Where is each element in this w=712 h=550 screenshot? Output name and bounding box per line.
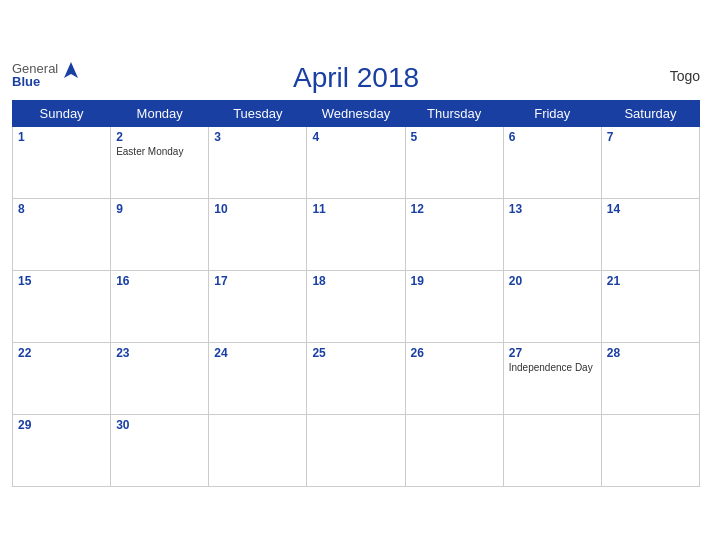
calendar-day-cell: 1 — [13, 126, 111, 198]
day-number: 8 — [18, 202, 105, 216]
calendar-header: General Blue April 2018 Togo — [12, 62, 700, 94]
weekday-header-tuesday: Tuesday — [209, 100, 307, 126]
calendar-day-cell — [209, 414, 307, 486]
weekday-header-wednesday: Wednesday — [307, 100, 405, 126]
calendar-title: April 2018 — [293, 62, 419, 94]
day-number: 25 — [312, 346, 399, 360]
calendar-day-cell: 22 — [13, 342, 111, 414]
calendar-day-cell: 27Independence Day — [503, 342, 601, 414]
day-number: 18 — [312, 274, 399, 288]
calendar-day-cell: 4 — [307, 126, 405, 198]
calendar-day-cell: 3 — [209, 126, 307, 198]
calendar-week-row: 15161718192021 — [13, 270, 700, 342]
day-number: 27 — [509, 346, 596, 360]
calendar-day-cell — [503, 414, 601, 486]
day-number: 9 — [116, 202, 203, 216]
calendar-day-cell: 7 — [601, 126, 699, 198]
holiday-label: Independence Day — [509, 362, 596, 373]
calendar-day-cell: 12 — [405, 198, 503, 270]
day-number: 16 — [116, 274, 203, 288]
holiday-label: Easter Monday — [116, 146, 203, 157]
day-number: 19 — [411, 274, 498, 288]
calendar-day-cell — [601, 414, 699, 486]
day-number: 26 — [411, 346, 498, 360]
svg-marker-0 — [64, 62, 78, 78]
day-number: 7 — [607, 130, 694, 144]
calendar-day-cell: 2Easter Monday — [111, 126, 209, 198]
day-number: 20 — [509, 274, 596, 288]
logo-blue: Blue — [12, 75, 58, 88]
calendar-week-row: 222324252627Independence Day28 — [13, 342, 700, 414]
day-number: 1 — [18, 130, 105, 144]
day-number: 5 — [411, 130, 498, 144]
calendar-day-cell: 11 — [307, 198, 405, 270]
day-number: 23 — [116, 346, 203, 360]
calendar-day-cell — [307, 414, 405, 486]
weekday-header-row: SundayMondayTuesdayWednesdayThursdayFrid… — [13, 100, 700, 126]
calendar-day-cell: 17 — [209, 270, 307, 342]
day-number: 14 — [607, 202, 694, 216]
country-label: Togo — [670, 68, 700, 84]
day-number: 3 — [214, 130, 301, 144]
day-number: 15 — [18, 274, 105, 288]
weekday-header-saturday: Saturday — [601, 100, 699, 126]
day-number: 10 — [214, 202, 301, 216]
day-number: 22 — [18, 346, 105, 360]
day-number: 30 — [116, 418, 203, 432]
calendar-day-cell: 30 — [111, 414, 209, 486]
calendar-day-cell: 21 — [601, 270, 699, 342]
day-number: 11 — [312, 202, 399, 216]
day-number: 21 — [607, 274, 694, 288]
calendar-week-row: 12Easter Monday34567 — [13, 126, 700, 198]
calendar-container: General Blue April 2018 Togo SundayMonda… — [0, 52, 712, 499]
logo-general: General — [12, 62, 58, 75]
calendar-week-row: 2930 — [13, 414, 700, 486]
weekday-header-monday: Monday — [111, 100, 209, 126]
calendar-day-cell: 15 — [13, 270, 111, 342]
calendar-day-cell: 23 — [111, 342, 209, 414]
weekday-header-sunday: Sunday — [13, 100, 111, 126]
weekday-header-thursday: Thursday — [405, 100, 503, 126]
calendar-day-cell: 16 — [111, 270, 209, 342]
calendar-day-cell: 14 — [601, 198, 699, 270]
day-number: 28 — [607, 346, 694, 360]
day-number: 2 — [116, 130, 203, 144]
bird-icon — [60, 60, 82, 82]
day-number: 6 — [509, 130, 596, 144]
calendar-day-cell: 25 — [307, 342, 405, 414]
calendar-day-cell: 13 — [503, 198, 601, 270]
calendar-day-cell: 29 — [13, 414, 111, 486]
day-number: 13 — [509, 202, 596, 216]
day-number: 4 — [312, 130, 399, 144]
day-number: 29 — [18, 418, 105, 432]
day-number: 24 — [214, 346, 301, 360]
calendar-day-cell: 5 — [405, 126, 503, 198]
calendar-day-cell — [405, 414, 503, 486]
weekday-header-friday: Friday — [503, 100, 601, 126]
calendar-day-cell: 24 — [209, 342, 307, 414]
calendar-day-cell: 28 — [601, 342, 699, 414]
calendar-day-cell: 20 — [503, 270, 601, 342]
calendar-week-row: 891011121314 — [13, 198, 700, 270]
calendar-day-cell: 10 — [209, 198, 307, 270]
day-number: 12 — [411, 202, 498, 216]
calendar-day-cell: 19 — [405, 270, 503, 342]
calendar-day-cell: 8 — [13, 198, 111, 270]
calendar-day-cell: 26 — [405, 342, 503, 414]
calendar-table: SundayMondayTuesdayWednesdayThursdayFrid… — [12, 100, 700, 487]
logo: General Blue — [12, 62, 82, 88]
calendar-day-cell: 9 — [111, 198, 209, 270]
calendar-day-cell: 18 — [307, 270, 405, 342]
calendar-day-cell: 6 — [503, 126, 601, 198]
day-number: 17 — [214, 274, 301, 288]
